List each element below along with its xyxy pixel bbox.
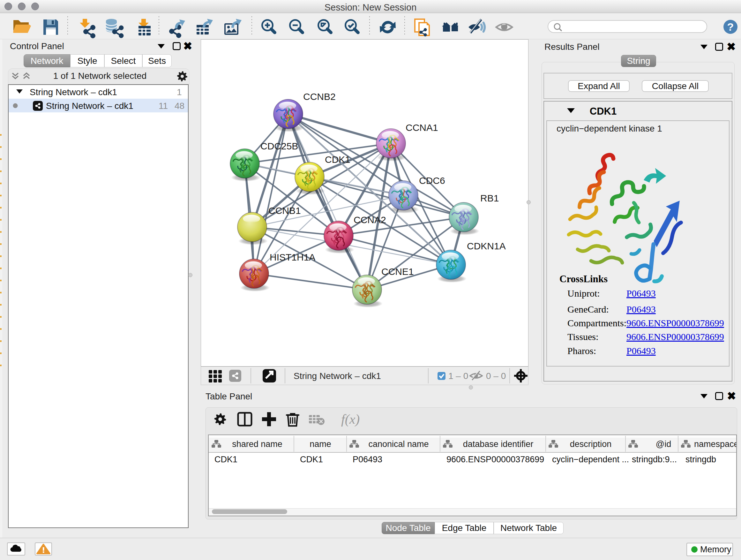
svg-text:9606.ENSP00000378699: 9606.ENSP00000378699 — [447, 455, 544, 464]
svg-text:CDKN1A: CDKN1A — [467, 241, 506, 251]
svg-text:@id: @id — [656, 439, 671, 449]
svg-text:?: ? — [727, 21, 734, 33]
svg-text:CCNB2: CCNB2 — [303, 91, 336, 102]
svg-text:11: 11 — [158, 101, 168, 111]
svg-text:CDC6: CDC6 — [419, 175, 445, 186]
svg-text:CCNA2: CCNA2 — [354, 214, 386, 225]
svg-text:CDK1: CDK1 — [300, 455, 323, 464]
svg-text:String Network – cdk1: String Network – cdk1 — [293, 371, 381, 381]
svg-text:database identifier: database identifier — [463, 439, 534, 449]
svg-text:String Network – cdk1: String Network – cdk1 — [46, 101, 133, 111]
svg-text:CDC25B: CDC25B — [260, 141, 298, 151]
svg-text:Memory: Memory — [700, 545, 731, 554]
svg-text:stringdb:9...: stringdb:9... — [632, 455, 677, 464]
svg-text:cyclin−dependent ...: cyclin−dependent ... — [552, 455, 629, 464]
svg-text:stringdb: stringdb — [685, 455, 716, 464]
svg-text:f(x): f(x) — [341, 412, 360, 427]
svg-text:HIST1H1A: HIST1H1A — [270, 252, 315, 262]
svg-text:CCNE1: CCNE1 — [381, 266, 414, 277]
svg-text:CDK1: CDK1 — [214, 455, 238, 464]
svg-text:description: description — [570, 439, 612, 449]
svg-text:shared name: shared name — [232, 439, 282, 449]
svg-text:CCNB1: CCNB1 — [268, 205, 301, 216]
svg-text:1: 1 — [177, 87, 182, 97]
svg-text:CCNA1: CCNA1 — [406, 122, 438, 133]
svg-text:CDK1: CDK1 — [325, 154, 350, 165]
svg-text:RB1: RB1 — [480, 193, 499, 203]
svg-text:name: name — [310, 439, 331, 449]
svg-text:1 of 1 Network selected: 1 of 1 Network selected — [53, 71, 147, 81]
svg-text:P06493: P06493 — [353, 455, 382, 464]
svg-text:48: 48 — [175, 101, 185, 111]
svg-text:1 – 0: 1 – 0 — [448, 371, 468, 381]
svg-text:0 – 0: 0 – 0 — [486, 371, 506, 381]
svg-text:namespace: namespace — [694, 439, 736, 449]
svg-text:canonical name: canonical name — [368, 439, 428, 449]
svg-text:String Network – cdk1: String Network – cdk1 — [30, 87, 117, 97]
